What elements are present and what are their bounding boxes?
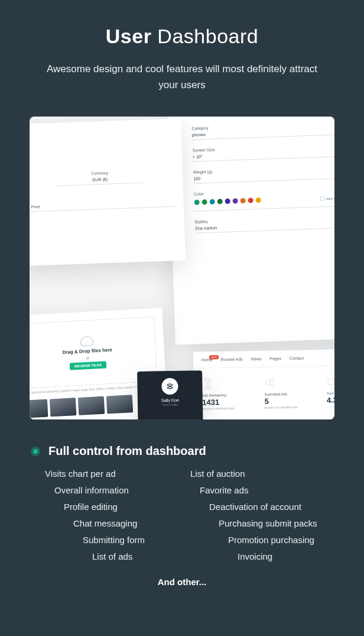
nav-news[interactable]: News [251, 357, 262, 361]
feature-item: Chat messaging [28, 518, 176, 528]
feature-item: List of ads [28, 551, 176, 561]
stat-ads-remaining: Ads Remaining 1431 Account submission ty… [202, 376, 256, 411]
sidebar-pane: Sally Doe View Profile MAIN Dashboard AD… [137, 370, 206, 419]
thumbnail[interactable] [50, 398, 77, 417]
stat-budget: Your Bu 4.33 [326, 374, 334, 409]
new-badge: NEW [209, 356, 218, 360]
color-swatch[interactable] [240, 198, 245, 204]
feature-item: Overall information [28, 485, 176, 495]
color-swatch[interactable] [210, 199, 215, 205]
feature-item: Favorite ads [188, 485, 336, 495]
stat-title: Your Bu [327, 391, 334, 396]
form-pane-category: Category phones Screen Size > 10" Weight… [167, 117, 334, 345]
feature-item: Submitting form [28, 535, 176, 545]
features-column-right: List of auction Favorite ads Deactivatio… [188, 469, 336, 561]
page-title: User Dashboard [30, 25, 334, 48]
drop-title: Drag & Drop files here [62, 347, 112, 355]
svg-point-1 [334, 381, 334, 383]
nav-browse[interactable]: Browse Ads [221, 357, 243, 362]
form-pane-currency: Currency EUR (€) le Price [30, 119, 186, 267]
thumbnail[interactable] [106, 395, 134, 414]
title-bold: User [106, 25, 152, 47]
title-rest: Dashboard [157, 25, 258, 47]
dashboard-showcase: Category phones Screen Size > 10" Weight… [30, 117, 334, 419]
dashboard-main-pane: HomeNEW Browse Ads News Pages Contact Ad… [193, 349, 334, 420]
nav-pages[interactable]: Pages [269, 357, 281, 361]
feature-item: Profile editing [28, 502, 176, 512]
feature-item: Visits chart per ad [28, 469, 176, 479]
drop-or: or [86, 356, 89, 360]
color-swatch[interactable] [202, 199, 207, 205]
value-not-found-label: Value not found? [326, 196, 334, 200]
cloud-upload-icon [80, 336, 93, 346]
side-section-main: MAIN [138, 414, 203, 419]
features-footer: And other... [28, 577, 336, 587]
color-swatch[interactable] [225, 199, 230, 204]
nav-home[interactable]: HomeNEW [202, 358, 213, 362]
color-swatch[interactable] [248, 198, 253, 203]
feature-item: Deactivation of account [188, 502, 336, 512]
feature-item: Invoicing [188, 551, 336, 561]
stat-sub: Number of submitted ads [265, 405, 318, 410]
color-swatch[interactable] [255, 198, 261, 203]
wallet-icon [326, 375, 334, 389]
stat-submitted-ads: Submitted Ads 5 Number of submitted ads [264, 375, 318, 410]
feature-item: Promotion purchasing [188, 535, 336, 545]
stat-sub: Account submission type [202, 406, 256, 411]
color-swatch[interactable] [194, 200, 200, 205]
logo-icon [165, 382, 174, 390]
feature-item: Purchasing submit packs [188, 518, 336, 528]
feature-item: List of auction [188, 469, 336, 479]
bullet-dot-icon [31, 447, 40, 456]
page-subtitle: Awesome design and cool features will mo… [30, 61, 334, 93]
user-role[interactable]: View Profile [162, 403, 178, 406]
browse-files-button[interactable]: BROWSE FILES [70, 361, 106, 370]
color-swatch[interactable] [233, 198, 238, 204]
svg-rect-0 [328, 379, 334, 385]
features-column-left: Visits chart per ad Overall information … [28, 469, 176, 561]
thumbnail[interactable] [30, 399, 48, 418]
color-label: Color [194, 190, 261, 196]
price-label: le Price [30, 200, 176, 209]
checkbox-icon[interactable] [320, 196, 324, 201]
user-name: Sally Doe [161, 398, 179, 403]
features-heading: Full control from dashboard [48, 444, 206, 458]
top-nav: HomeNEW Browse Ads News Pages Contact [193, 349, 334, 369]
avatar[interactable] [161, 378, 178, 395]
megaphone-icon [264, 376, 276, 390]
stat-value: 4.33 [327, 395, 334, 405]
color-swatch[interactable] [217, 199, 223, 204]
hourglass-icon [202, 377, 214, 391]
nav-contact[interactable]: Contact [290, 356, 304, 360]
color-swatches[interactable] [194, 198, 261, 205]
thumbnail[interactable] [78, 396, 105, 415]
